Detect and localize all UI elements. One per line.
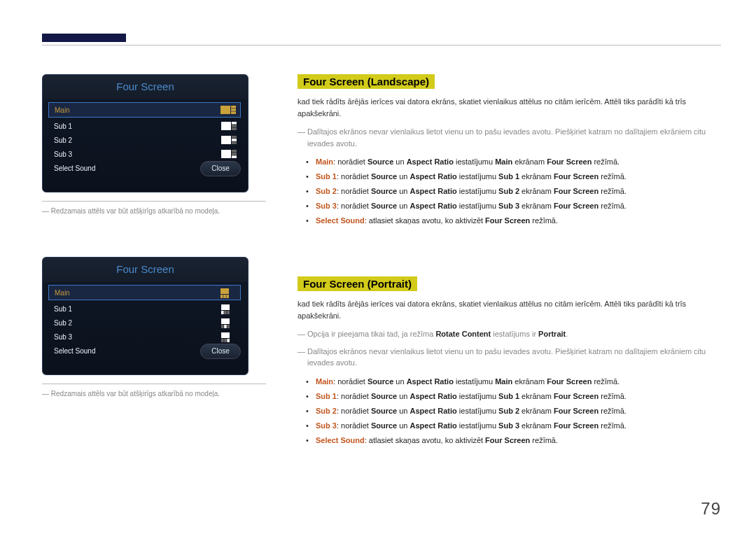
layout-sub3-portrait-icon (221, 332, 237, 341)
svg-rect-34 (224, 339, 227, 342)
svg-rect-23 (226, 295, 229, 298)
svg-rect-29 (221, 325, 224, 328)
lead-text: kad tiek rādīts ārējās ierīces vai dator… (298, 96, 721, 119)
svg-rect-22 (223, 295, 226, 298)
svg-rect-24 (221, 304, 230, 310)
svg-rect-5 (232, 122, 237, 125)
layout-main-portrait-icon (220, 288, 236, 297)
header-accent-bar (42, 34, 126, 42)
osd-row-sub3[interactable]: Sub 3 (48, 147, 241, 161)
svg-rect-4 (221, 122, 231, 130)
heading-portrait: Four Screen (Portrait) (298, 276, 417, 291)
header-rule (42, 45, 721, 45)
osd-row-label: Main (52, 289, 220, 297)
osd-row-sub1[interactable]: Sub 1 (48, 119, 241, 133)
osd-row-sub2[interactable]: Sub 2 (48, 316, 241, 330)
osd-row-label: Sub 3 (51, 333, 221, 341)
svg-rect-32 (221, 332, 230, 338)
svg-rect-9 (232, 136, 237, 139)
svg-rect-3 (231, 111, 236, 114)
svg-rect-27 (227, 311, 230, 314)
svg-rect-0 (220, 106, 230, 114)
image-caption: Redzamais attēls var būt atšķirīgs atkar… (42, 201, 266, 215)
osd-row-main[interactable]: Main (48, 102, 241, 118)
osd-row-label: Main (52, 106, 220, 114)
page-number: 79 (701, 499, 721, 519)
osd-row-label: Sub 2 (51, 136, 221, 144)
bullet-item: Sub 2: norādiet Source un Aspect Ratio i… (316, 404, 721, 419)
bullet-item: Select Sound: atlasiet skaņas avotu, ko … (316, 433, 721, 448)
note-text: Dalītajos ekrānos nevar vienlaikus lieto… (298, 346, 721, 369)
close-button[interactable]: Close (200, 344, 241, 359)
svg-rect-7 (232, 127, 237, 130)
svg-rect-33 (221, 339, 224, 342)
bullet-item: Select Sound: atlasiet skaņas avotu, ko … (316, 213, 721, 228)
svg-rect-28 (221, 318, 230, 324)
bullet-item: Sub 3: norādiet Source un Aspect Ratio i… (316, 419, 721, 433)
svg-rect-21 (220, 295, 223, 298)
svg-rect-35 (227, 339, 230, 342)
svg-rect-15 (232, 155, 237, 158)
osd-panel-landscape: Four Screen Main Sub 1 (42, 74, 248, 192)
svg-rect-31 (227, 325, 230, 328)
svg-rect-2 (231, 108, 236, 111)
osd-row-sub3[interactable]: Sub 3 (48, 330, 241, 344)
svg-rect-11 (232, 141, 237, 144)
bullet-item: Main: norādiet Source un Aspect Ratio ie… (316, 155, 721, 169)
layout-sub2-landscape-icon (221, 136, 237, 144)
bullet-item: Sub 1: norādiet Source un Aspect Ratio i… (316, 389, 721, 404)
bullet-list-portrait: Main: norādiet Source un Aspect Ratio ie… (298, 374, 721, 447)
bullet-item: Sub 3: norādiet Source un Aspect Ratio i… (316, 199, 721, 213)
osd-panel-portrait: Four Screen Main Sub 1 (42, 257, 248, 375)
osd-row-sub2[interactable]: Sub 2 (48, 133, 241, 147)
svg-rect-14 (232, 153, 237, 155)
bullet-item: Sub 1: norādiet Source un Aspect Ratio i… (316, 169, 721, 184)
osd-title: Four Screen (43, 75, 248, 99)
osd-row-label: Select Sound (51, 347, 221, 355)
layout-sub2-portrait-icon (221, 318, 237, 327)
bullet-item: Main: norādiet Source un Aspect Ratio ie… (316, 374, 721, 389)
layout-sub1-portrait-icon (221, 304, 237, 313)
layout-main-landscape-icon (220, 106, 236, 114)
osd-row-main[interactable]: Main (48, 285, 241, 300)
osd-row-label: Sub 1 (51, 122, 221, 130)
svg-rect-25 (221, 311, 224, 314)
bullet-item: Sub 2: norādiet Source un Aspect Ratio i… (316, 184, 721, 199)
svg-rect-8 (221, 136, 231, 144)
svg-rect-12 (221, 150, 231, 158)
osd-row-label: Select Sound (51, 164, 221, 172)
osd-row-label: Sub 2 (51, 319, 221, 327)
svg-rect-20 (220, 288, 229, 294)
osd-row-sub1[interactable]: Sub 1 (48, 302, 241, 316)
osd-title: Four Screen (43, 258, 248, 282)
svg-rect-26 (224, 311, 227, 314)
layout-sub3-landscape-icon (221, 150, 237, 158)
svg-rect-13 (232, 150, 237, 153)
svg-rect-30 (224, 325, 227, 328)
image-caption: Redzamais attēls var būt atšķirīgs atkar… (42, 384, 266, 398)
svg-rect-6 (232, 125, 237, 127)
note-text: Dalītajos ekrānos nevar vienlaikus lieto… (298, 126, 721, 149)
osd-row-label: Sub 3 (51, 150, 221, 158)
bullet-list-landscape: Main: norādiet Source un Aspect Ratio ie… (298, 155, 721, 227)
svg-rect-1 (231, 106, 236, 108)
svg-rect-10 (232, 139, 237, 141)
heading-landscape: Four Screen (Landscape) (298, 74, 435, 89)
layout-sub1-landscape-icon (221, 122, 237, 130)
close-button[interactable]: Close (200, 161, 241, 176)
lead-text: kad tiek rādīts ārējās ierīces vai dator… (298, 298, 721, 321)
note-rotate: Opcija ir pieejama tikai tad, ja režīma … (298, 328, 721, 340)
osd-row-label: Sub 1 (51, 305, 221, 313)
